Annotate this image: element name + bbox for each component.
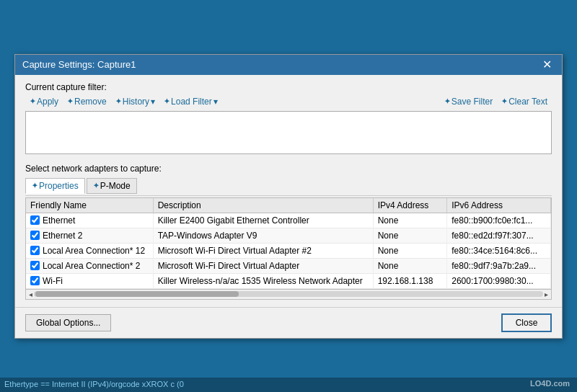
dialog-title: Capture Settings: Capture1 (22, 59, 136, 70)
filter-toolbar: ✦ Apply ✦ Remove ✦ History ▾ ✦ Load Filt… (25, 95, 552, 108)
col-friendly-name: Friendly Name (26, 198, 153, 213)
scroll-right-arrow[interactable]: ▸ (543, 290, 550, 298)
apply-button[interactable]: ✦ Apply (25, 95, 63, 108)
scroll-left-arrow[interactable]: ◂ (27, 290, 34, 298)
friendly-name-label: Ethernet (43, 215, 75, 226)
cell-ipv6: fe80::9df7:9a7b:2a9... (447, 258, 551, 273)
adapters-table-container: Friendly Name Description IPv4 Address I… (25, 197, 552, 290)
horizontal-scrollbar[interactable]: ◂ ▸ (25, 290, 552, 300)
remove-icon: ✦ (67, 97, 73, 105)
table-row: Local Area Connection* 12Microsoft Wi-Fi… (26, 243, 551, 258)
table-header-row: Friendly Name Description IPv4 Address I… (26, 198, 551, 213)
cell-ipv4: None (373, 258, 447, 273)
adapter-checkbox[interactable] (30, 246, 40, 255)
capture-settings-dialog: Capture Settings: Capture1 ✕ Current cap… (14, 54, 563, 339)
cell-ipv6: fe80::34ce:5164:8c6... (447, 243, 551, 258)
global-options-button[interactable]: Global Options... (25, 314, 111, 331)
watermark: LO4D.com (530, 379, 570, 388)
tab-properties[interactable]: ✦ Properties (25, 178, 85, 194)
cell-friendly-name: Ethernet 2 (26, 228, 153, 243)
background-strip: Ethertype == Internet II (IPv4)/orgcode … (0, 378, 577, 392)
col-ipv4: IPv4 Address (373, 198, 447, 213)
adapter-checkbox[interactable] (30, 231, 40, 240)
history-icon: ✦ (115, 97, 121, 105)
pmode-tab-icon: ✦ (93, 182, 99, 190)
adapter-checkbox[interactable] (30, 261, 40, 270)
cell-ipv4: 192.168.1.138 (373, 273, 447, 288)
save-filter-button[interactable]: ✦ Save Filter (440, 95, 497, 108)
apply-label: Apply (37, 97, 58, 107)
title-bar: Capture Settings: Capture1 ✕ (15, 55, 562, 75)
table-row: EthernetKiller E2400 Gigabit Ethernet Co… (26, 213, 551, 228)
friendly-name-label: Local Area Connection* 12 (43, 246, 145, 256)
table-row: Local Area Connection* 2Microsoft Wi-Fi … (26, 258, 551, 273)
dialog-body: Current capture filter: ✦ Apply ✦ Remove… (15, 75, 562, 307)
load-filter-button[interactable]: ✦ Load Filter ▾ (159, 95, 222, 108)
adapters-table-body: EthernetKiller E2400 Gigabit Ethernet Co… (26, 213, 551, 288)
filter-input[interactable] (25, 111, 552, 154)
remove-label: Remove (74, 97, 107, 107)
friendly-name-label: Local Area Connection* 2 (43, 261, 140, 271)
adapter-checkbox[interactable] (30, 215, 40, 225)
background-text: Ethertype == Internet II (IPv4)/orgcode … (4, 380, 184, 388)
properties-tab-label: Properties (39, 181, 79, 191)
cell-friendly-name: Local Area Connection* 2 (26, 258, 153, 273)
dialog-footer: Global Options... Close (15, 307, 562, 338)
load-filter-icon: ✦ (164, 97, 169, 105)
adapter-section-label: Select network adapters to capture: (25, 164, 552, 174)
col-description: Description (153, 198, 373, 213)
cell-ipv4: None (373, 243, 447, 258)
scrollbar-track[interactable] (34, 291, 543, 297)
col-ipv6: IPv6 Address (447, 198, 551, 213)
cell-description: TAP-Windows Adapter V9 (153, 228, 373, 243)
cell-ipv6: 2600:1700:9980:30... (447, 273, 551, 288)
clear-text-label: Clear Text (508, 97, 547, 107)
load-filter-dropdown-icon: ▾ (213, 97, 218, 107)
table-row: Ethernet 2TAP-Windows Adapter V9Nonefe80… (26, 228, 551, 243)
cell-description: Killer Wireless-n/a/ac 1535 Wireless Net… (153, 273, 373, 288)
pmode-tab-label: P-Mode (100, 181, 131, 191)
table-row: Wi-FiKiller Wireless-n/a/ac 1535 Wireles… (26, 273, 551, 288)
adapter-checkbox[interactable] (30, 276, 40, 285)
clear-text-button[interactable]: ✦ Clear Text (497, 95, 552, 108)
adapter-toolbar: ✦ Properties ✦ P-Mode (25, 178, 552, 196)
cell-ipv4: None (373, 228, 447, 243)
cell-ipv4: None (373, 213, 447, 228)
friendly-name-label: Ethernet 2 (43, 231, 82, 241)
remove-button[interactable]: ✦ Remove (63, 95, 111, 108)
adapters-table: Friendly Name Description IPv4 Address I… (26, 198, 551, 289)
clear-text-icon: ✦ (501, 97, 507, 105)
save-filter-icon: ✦ (444, 97, 450, 105)
close-button[interactable]: ✕ (539, 59, 555, 71)
save-filter-label: Save Filter (452, 97, 493, 107)
cell-description: Killer E2400 Gigabit Ethernet Controller (153, 213, 373, 228)
cell-description: Microsoft Wi-Fi Direct Virtual Adapter (153, 258, 373, 273)
history-dropdown-icon: ▾ (151, 97, 155, 107)
cell-friendly-name: Wi-Fi (26, 273, 153, 288)
filter-section-label: Current capture filter: (25, 82, 552, 92)
scrollbar-thumb[interactable] (35, 291, 239, 297)
load-filter-label: Load Filter (171, 97, 212, 107)
cell-ipv6: fe80::b900:fc0e:fc1... (447, 213, 551, 228)
cell-friendly-name: Ethernet (26, 213, 153, 228)
friendly-name-label: Wi-Fi (43, 276, 63, 286)
history-label: History (123, 97, 149, 107)
apply-icon: ✦ (30, 97, 35, 105)
close-dialog-button[interactable]: Close (501, 313, 552, 332)
cell-ipv6: fe80::ed2d:f97f:307... (447, 228, 551, 243)
tab-pmode[interactable]: ✦ P-Mode (87, 178, 137, 194)
cell-friendly-name: Local Area Connection* 12 (26, 243, 153, 258)
properties-tab-icon: ✦ (32, 182, 38, 190)
history-button[interactable]: ✦ History ▾ (111, 95, 159, 108)
cell-description: Microsoft Wi-Fi Direct Virtual Adapter #… (153, 243, 373, 258)
